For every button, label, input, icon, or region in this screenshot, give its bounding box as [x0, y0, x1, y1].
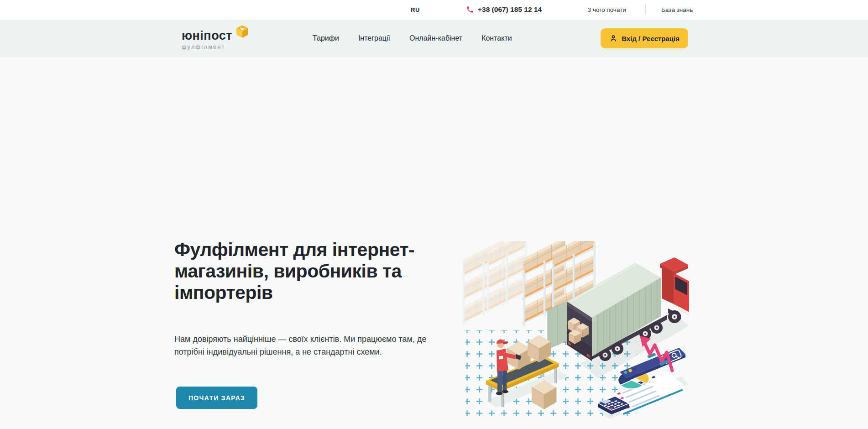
header-inner: юніпост фулфілмент Тарифи Інтеграції Онл… — [174, 20, 694, 57]
site-header: юніпост фулфілмент Тарифи Інтеграції Онл… — [0, 20, 868, 57]
topbar-divider — [645, 5, 646, 15]
topbar-link-knowledge-base[interactable]: База знань — [661, 6, 693, 13]
title-line-2: магазинів, виробників та — [174, 261, 494, 282]
hero-description: Нам довіряють найцінніше — своїх клієнті… — [174, 333, 457, 358]
nav-item-integrations[interactable]: Інтеграції — [358, 34, 390, 42]
user-icon — [609, 34, 617, 42]
start-now-button[interactable]: ПОЧАТИ ЗАРАЗ — [176, 387, 257, 409]
title-line-3: імпортерів — [174, 282, 494, 303]
nav-item-contacts[interactable]: Контакти — [481, 34, 512, 42]
topbar: RU +38 (067) 185 12 14 З чого почати Баз… — [0, 0, 868, 20]
phone-icon — [466, 5, 474, 14]
description-line-1: Нам довіряють найцінніше — своїх клієнті… — [174, 333, 457, 346]
description-line-2: потрібні індивідуальні рішення, а не ста… — [174, 346, 457, 359]
login-register-button[interactable]: Вхід / Реєстрація — [601, 28, 688, 48]
language-switcher[interactable]: RU — [411, 6, 420, 13]
nav-item-tariffs[interactable]: Тарифи — [313, 34, 339, 42]
topbar-link-getting-started[interactable]: З чого почати — [587, 6, 626, 13]
page-title: Фулфілмент для інтернет- магазинів, виро… — [174, 239, 494, 303]
hero-illustration — [461, 241, 689, 420]
login-register-label: Вхід / Реєстрація — [622, 35, 680, 42]
title-line-1: Фулфілмент для інтернет- — [174, 239, 494, 261]
hero-section: Фулфілмент для інтернет- магазинів, виро… — [0, 57, 868, 429]
cube-logo-icon — [236, 25, 249, 38]
phone-link[interactable]: +38 (067) 185 12 14 — [478, 5, 542, 14]
logo-tagline: фулфілмент — [182, 44, 255, 50]
logo[interactable]: юніпост фулфілмент — [182, 30, 255, 50]
main-nav: Тарифи Інтеграції Онлайн-кабінет Контакт… — [313, 20, 512, 57]
nav-item-online-cabinet[interactable]: Онлайн-кабінет — [409, 34, 462, 42]
topbar-inner: RU +38 (067) 185 12 14 З чого почати Баз… — [174, 0, 694, 20]
page: RU +38 (067) 185 12 14 З чого почати Баз… — [0, 0, 868, 429]
